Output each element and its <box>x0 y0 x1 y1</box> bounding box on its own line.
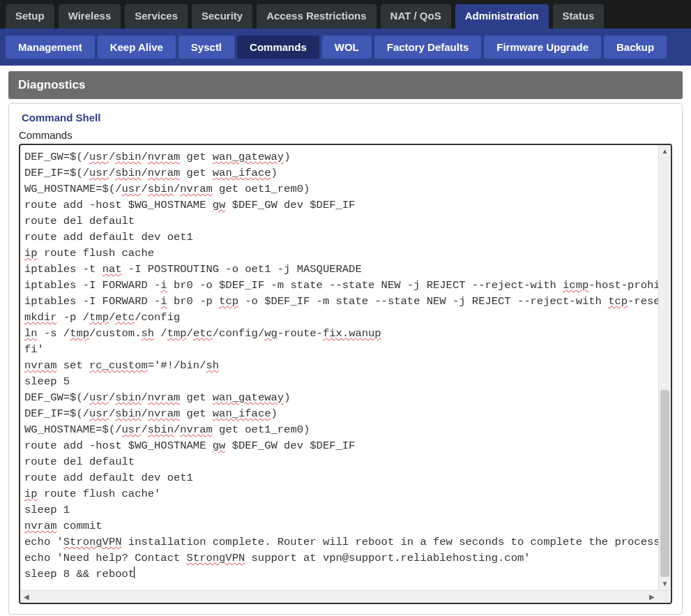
top-tab-security[interactable]: Security <box>192 4 252 29</box>
scroll-up-arrow[interactable]: ▲ <box>659 145 671 158</box>
top-tab-administration[interactable]: Administration <box>455 4 549 29</box>
content-area: Diagnostics Command Shell Commands DEF_G… <box>0 66 691 616</box>
commands-label: Commands <box>19 129 672 141</box>
scroll-down-arrow[interactable]: ▼ <box>659 578 671 590</box>
sub-tab-backup[interactable]: Backup <box>604 36 667 59</box>
fieldset-legend: Command Shell <box>19 112 103 123</box>
sub-tab-commands[interactable]: Commands <box>237 36 319 59</box>
top-tab-access-restrictions[interactable]: Access Restrictions <box>257 4 376 29</box>
sub-tab-sysctl[interactable]: Sysctl <box>179 36 234 59</box>
scroll-right-arrow[interactable]: ▶ <box>646 591 658 603</box>
top-tab-status[interactable]: Status <box>553 4 605 29</box>
section-title: Diagnostics <box>8 71 683 99</box>
secondary-nav: ManagementKeep AliveSysctlCommandsWOLFac… <box>0 29 691 66</box>
primary-nav: SetupWirelessServicesSecurityAccess Rest… <box>0 0 691 29</box>
sub-tab-firmware-upgrade[interactable]: Firmware Upgrade <box>484 36 601 59</box>
horizontal-scrollbar[interactable]: ◀ ▶ <box>20 590 671 603</box>
top-tab-nat-qos[interactable]: NAT / QoS <box>381 4 451 29</box>
command-shell-fieldset: Command Shell Commands DEF_GW=$(/usr/sbi… <box>8 103 683 615</box>
scroll-left-arrow[interactable]: ◀ <box>20 591 33 603</box>
sub-tab-keep-alive[interactable]: Keep Alive <box>98 36 176 59</box>
top-tab-wireless[interactable]: Wireless <box>59 4 121 29</box>
sub-tab-factory-defaults[interactable]: Factory Defaults <box>374 36 482 59</box>
vertical-scroll-thumb[interactable] <box>660 390 669 577</box>
sub-tab-wol[interactable]: WOL <box>322 36 372 59</box>
top-tab-setup[interactable]: Setup <box>6 4 54 29</box>
sub-tab-management[interactable]: Management <box>6 36 95 59</box>
top-tab-services[interactable]: Services <box>125 4 188 29</box>
commands-textarea[interactable]: DEF_GW=$(/usr/sbin/nvram get wan_gateway… <box>19 144 672 604</box>
vertical-scrollbar[interactable]: ▲ ▼ <box>658 145 671 590</box>
commands-text-content[interactable]: DEF_GW=$(/usr/sbin/nvram get wan_gateway… <box>20 145 658 590</box>
